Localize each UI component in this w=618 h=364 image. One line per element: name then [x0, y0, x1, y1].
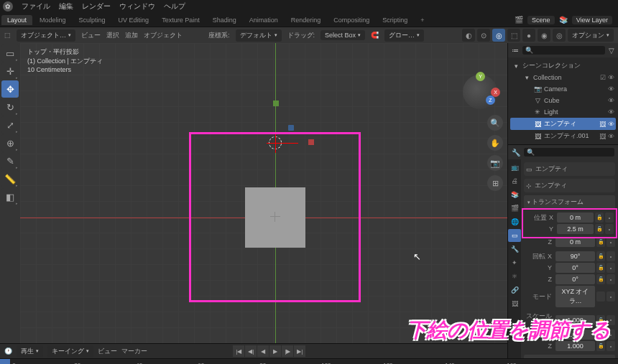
- outliner-item-camera[interactable]: 📷 Camera👁: [510, 83, 616, 95]
- menu-window[interactable]: ウィンドウ: [119, 1, 155, 11]
- keyframe-prev-icon[interactable]: ◀|: [245, 345, 257, 357]
- prop-tab-data[interactable]: 🖼: [508, 297, 521, 310]
- lock-icon[interactable]: 🔓: [596, 263, 605, 273]
- nav-gizmo[interactable]: Y X Z: [460, 72, 500, 112]
- move-handle-y[interactable]: [273, 101, 279, 106]
- tab-texture[interactable]: Texture Paint: [156, 15, 206, 25]
- props-editor-icon[interactable]: 🔧: [512, 149, 520, 157]
- tool-rotate[interactable]: ↻: [1, 98, 19, 116]
- scene-field[interactable]: Scene: [527, 16, 555, 24]
- menu-render[interactable]: レンダー: [82, 1, 111, 11]
- prop-tab-render[interactable]: 📺: [508, 161, 521, 174]
- tool-measure[interactable]: 📏: [1, 170, 19, 187]
- outliner-item-cube[interactable]: ▽ Cube👁: [510, 95, 616, 106]
- anim-dot-icon[interactable]: •: [605, 213, 614, 223]
- magnet-icon[interactable]: 🧲: [371, 32, 379, 39]
- menu-edit[interactable]: 編集: [59, 1, 73, 11]
- timeline-ruler[interactable]: 0 20 40 60 80 100 120 140 160: [0, 358, 618, 364]
- lock-icon[interactable]: 🔓: [596, 251, 605, 261]
- tab-sculpting[interactable]: Sculpting: [73, 15, 111, 25]
- outliner-filter-icon[interactable]: ▽: [609, 47, 614, 55]
- shading-solid-icon[interactable]: ●: [522, 29, 535, 42]
- rotation-y-field[interactable]: 0°: [555, 263, 595, 273]
- anim-dot-icon[interactable]: •: [607, 237, 615, 247]
- xray-toggle-icon[interactable]: ◎: [492, 29, 505, 42]
- snap-dropdown[interactable]: グロー…: [384, 29, 424, 42]
- drag-dropdown[interactable]: Select Box: [320, 30, 365, 40]
- tab-rendering[interactable]: Rendering: [285, 15, 327, 25]
- nav-axis-y[interactable]: Y: [476, 72, 485, 81]
- outliner-item-light[interactable]: ✳ Light👁: [510, 106, 616, 118]
- prop-tab-output[interactable]: 🖨: [508, 174, 521, 187]
- menu-help[interactable]: ヘルプ: [164, 1, 185, 11]
- location-y-field[interactable]: 2.5 m: [557, 224, 594, 234]
- tool-add-cube[interactable]: ◧: [1, 188, 19, 205]
- tool-scale[interactable]: ⤢: [1, 116, 19, 134]
- nav-axis-z[interactable]: Z: [486, 95, 495, 105]
- editor-type-icon[interactable]: ⬚: [4, 32, 11, 39]
- anim-dot-icon[interactable]: •: [605, 224, 614, 234]
- timeline-playback-dd[interactable]: 再生: [17, 345, 43, 358]
- lock-icon[interactable]: 🔓: [596, 274, 605, 284]
- prop-tab-viewlayer[interactable]: 📚: [508, 188, 521, 201]
- outliner-scene-collection[interactable]: ▾ シーンコレクション: [510, 60, 616, 72]
- viewport-3d[interactable]: トップ・平行投影 (1) Collection | エンプティ 10 Centi…: [20, 43, 507, 343]
- menu-file[interactable]: ファイル: [22, 1, 50, 11]
- tab-animation[interactable]: Animation: [244, 15, 284, 25]
- view-layer-field[interactable]: View Layer: [572, 16, 612, 24]
- anim-dot-icon[interactable]: •: [607, 274, 615, 284]
- timeline-keying-dd[interactable]: キーイング: [47, 345, 93, 358]
- header-add[interactable]: 追加: [125, 31, 138, 40]
- timeline-view[interactable]: ビュー: [98, 347, 117, 356]
- tool-transform[interactable]: ⊕: [1, 134, 19, 151]
- prop-tab-scene[interactable]: 🎬: [508, 202, 521, 215]
- anim-dot-icon[interactable]: •: [607, 263, 615, 273]
- rotation-mode-dropdown[interactable]: XYZ オイラ…: [555, 286, 595, 307]
- rotation-x-field[interactable]: 90°: [555, 251, 595, 261]
- anim-dot-icon[interactable]: •: [607, 291, 615, 302]
- lock-icon[interactable]: 🔓: [595, 224, 604, 234]
- move-handle-z[interactable]: [288, 125, 294, 131]
- tab-compositing[interactable]: Compositing: [328, 15, 375, 25]
- prop-tab-particles[interactable]: ✦: [508, 256, 521, 269]
- keyframe-next-icon[interactable]: |▶: [282, 345, 293, 357]
- header-object[interactable]: オブジェクト: [144, 31, 183, 40]
- orientation-dropdown[interactable]: デフォルト: [236, 29, 282, 42]
- prop-tab-object[interactable]: ▭: [508, 229, 521, 242]
- overlay-toggle-icon[interactable]: ⊙: [477, 29, 490, 42]
- gizmo-toggle-icon[interactable]: ◐: [462, 29, 475, 42]
- pan-icon[interactable]: ✋: [487, 135, 503, 151]
- jump-start-icon[interactable]: |◀: [233, 345, 244, 357]
- blender-logo-icon[interactable]: ✿: [3, 1, 13, 11]
- shading-matprev-icon[interactable]: ◉: [538, 29, 550, 42]
- header-view[interactable]: ビュー: [81, 31, 101, 40]
- prop-tab-world[interactable]: 🌐: [508, 215, 521, 228]
- lock-icon[interactable]: 🔓: [596, 237, 605, 247]
- tab-modeling[interactable]: Modeling: [34, 15, 72, 25]
- tool-select-box[interactable]: ▭: [1, 45, 19, 62]
- options-dropdown[interactable]: オプション: [568, 29, 614, 42]
- tool-annotate[interactable]: ✎: [1, 152, 19, 169]
- anim-dot-icon[interactable]: •: [607, 251, 615, 261]
- outliner-item-empty-selected[interactable]: 🖼 エンプティ🖼 👁: [510, 118, 616, 130]
- tab-scripting[interactable]: Scripting: [377, 15, 413, 25]
- outliner-item-empty-001[interactable]: 🖼 エンプティ.001🖼 👁: [510, 130, 616, 142]
- outliner-collection[interactable]: ▾ Collection ☑ 👁: [510, 72, 616, 83]
- play-icon[interactable]: ▶: [269, 345, 281, 357]
- lock-icon[interactable]: 🔓: [595, 213, 604, 223]
- object-empty[interactable]: [272, 213, 279, 220]
- shading-wire-icon[interactable]: ⬚: [507, 29, 520, 42]
- header-select[interactable]: 選択: [106, 31, 119, 40]
- perspective-icon[interactable]: ⊞: [487, 175, 503, 191]
- timeline-playhead[interactable]: [0, 359, 10, 364]
- object-name-field[interactable]: ⊹ エンプティ: [524, 179, 615, 192]
- prop-tab-constraints[interactable]: 🔗: [508, 284, 521, 297]
- outliner-search[interactable]: 🔍: [522, 46, 605, 55]
- jump-end-icon[interactable]: ▶|: [294, 345, 305, 357]
- timeline-editor-icon[interactable]: 🕐: [4, 347, 12, 355]
- tab-shading[interactable]: Shading: [207, 15, 242, 25]
- zoom-icon[interactable]: 🔍: [487, 115, 503, 131]
- mode-dropdown[interactable]: オブジェクト…: [17, 29, 75, 42]
- panel-transform[interactable]: トランスフォーム: [524, 195, 615, 209]
- timeline-marker[interactable]: マーカー: [121, 347, 147, 356]
